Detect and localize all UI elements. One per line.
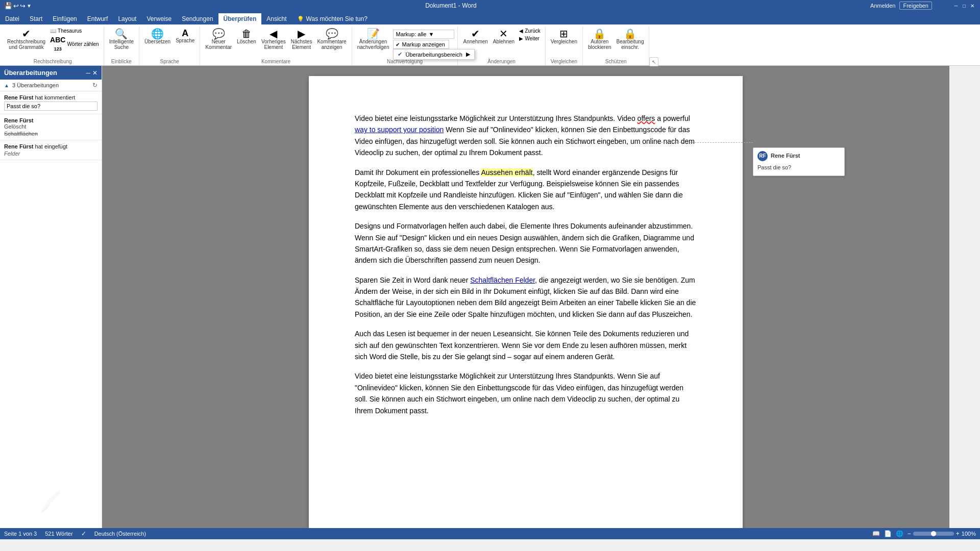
status-right: 📖 📄 🌐 − + 100% <box>872 530 976 537</box>
aenderungen-nachverfolgen-btn[interactable]: 📝 Änderungennachverfolgen <box>355 28 391 51</box>
naechstes-element-btn[interactable]: ▶ NächstesElement <box>289 28 314 51</box>
track-changes-icon: 📝 <box>367 29 380 39</box>
paragraph-2: Damit Ihr Dokument ein professionelles A… <box>355 167 697 213</box>
vorheriges-element-btn[interactable]: ◀ VorherigesElement <box>259 28 288 51</box>
web-layout-btn[interactable]: 🌐 <box>896 530 903 537</box>
revision-item-3[interactable]: Rene Fürst hat eingefügt Felder <box>0 140 102 160</box>
sprache-btn[interactable]: A Sprache <box>174 28 197 44</box>
sidebar-close-btn[interactable]: ✕ <box>92 69 97 77</box>
revision-1-input[interactable] <box>4 102 97 111</box>
annehmen-btn[interactable]: ✔ Annehmen <box>461 28 489 45</box>
restrict-edit-icon: 🔒 <box>624 29 636 39</box>
maximize-btn[interactable]: □ <box>961 2 968 9</box>
page-info: Seite 1 von 3 <box>4 531 37 537</box>
zoom-slider[interactable] <box>913 532 954 536</box>
markup-dropdown[interactable]: Markup: alle ▼ <box>393 30 454 39</box>
read-mode-btn[interactable]: 📖 <box>872 530 880 537</box>
comment-author-name: Rene Fürst <box>771 152 800 161</box>
proofing-icon: ✓ <box>81 530 86 537</box>
reject-icon: ✕ <box>499 29 508 39</box>
tab-was-moechten[interactable]: 💡 Was möchten Sie tun? <box>292 13 373 24</box>
refresh-btn[interactable]: ↻ <box>92 82 97 89</box>
document-page[interactable]: Video bietet eine leistungsstarke Möglic… <box>309 76 743 528</box>
revision-3-content: Felder <box>4 151 97 157</box>
revision-3-author: Rene Fürst <box>4 143 33 149</box>
woerter-zaehlen-btn[interactable]: ABC123 Wörter zählen <box>48 35 101 53</box>
revisions-count: ▲ 3 Überarbeitungen ↻ <box>0 80 102 91</box>
show-comments-icon: 💬 <box>326 29 338 39</box>
comment-balloon: RF Rene Fürst Passt die so? <box>753 147 845 176</box>
qat-undo[interactable]: ↩ <box>13 2 19 10</box>
accept-icon: ✔ <box>471 29 480 39</box>
right-panel <box>949 66 980 528</box>
qat-more[interactable]: ▼ <box>27 3 32 9</box>
ablehnen-btn[interactable]: ✕ Ablehnen <box>491 28 517 45</box>
submenu-arrow-icon: ▶ <box>466 51 470 58</box>
back-arrow-icon: ◀ <box>519 28 523 34</box>
markup-ueberarbeitungsbereich[interactable]: ✔ Überarbeitungsbereich ▶ <box>394 49 474 59</box>
comment-connector-line <box>651 142 753 143</box>
vergleichen-btn[interactable]: ⊞ Vergleichen <box>549 28 579 45</box>
revision-item-1[interactable]: Rene Fürst hat kommentiert <box>0 91 102 114</box>
markup-anzeigen-dropdown[interactable]: ✔ Markup anzeigen <box>393 40 449 49</box>
thesaurus-btn[interactable]: 📖 Thesaurus <box>48 28 101 34</box>
weiter-btn[interactable]: ▶ Weiter <box>518 35 542 42</box>
word-logo <box>36 487 66 524</box>
tab-sendungen[interactable]: Sendungen <box>177 13 218 24</box>
tracked-insert-1: way to support your position <box>355 126 444 134</box>
autoren-blockieren-btn[interactable]: 🔒 Autorenblockieren <box>586 28 614 51</box>
markup-dropdown-open: ✔ Überarbeitungsbereich ▶ <box>393 49 475 60</box>
tab-einfuegen[interactable]: Einfügen <box>47 13 82 24</box>
author-avatar: RF <box>757 151 768 161</box>
uebersetzen-btn[interactable]: 🌐 Übersetzen <box>142 28 173 45</box>
group-vergleichen: ⊞ Vergleichen Vergleichen <box>546 27 583 65</box>
paragraph-4: Sparen Sie Zeit in Word dank neuer Schal… <box>355 274 697 320</box>
kommentare-anzeigen-btn[interactable]: 💬 Kommentareanzeigen <box>315 28 348 51</box>
delete-icon: 🗑 <box>241 29 252 39</box>
book-icon: 📖 <box>50 28 56 34</box>
rechtschreibung-btn[interactable]: ✔ Rechtschreibungund Grammatik <box>5 28 47 51</box>
abc-icon: ABC123 <box>50 36 65 52</box>
anmelden-link[interactable]: Anmelden <box>870 3 896 9</box>
zoom-in-btn[interactable]: + <box>956 530 960 537</box>
tab-ueberpruefen[interactable]: Überprüfen <box>218 13 262 24</box>
bearbeitung-einschraenken-btn[interactable]: 🔒 Bearbeitungeinschr. <box>615 28 646 51</box>
qat-area: 💾 ↩ ↪ ▼ <box>4 2 32 10</box>
language-label: Deutsch (Österreich) <box>94 531 146 537</box>
cursor-indicator: ↖ <box>649 27 659 65</box>
qat-save[interactable]: 💾 <box>4 2 12 10</box>
tab-entwurf[interactable]: Entwurf <box>82 13 113 24</box>
markup-check-icon: ✔ <box>398 51 402 58</box>
search-icon: 🔍 <box>115 29 128 39</box>
print-layout-btn[interactable]: 📄 <box>884 530 892 537</box>
next-icon: ▶ <box>298 29 305 39</box>
zoom-out-btn[interactable]: − <box>908 530 911 537</box>
forward-arrow-icon: ▶ <box>519 36 523 41</box>
qat-redo[interactable]: ↪ <box>20 2 26 10</box>
document-area: Video bietet eine leistungsstarke Möglic… <box>102 66 949 528</box>
ribbon-tabs: Datei Start Einfügen Entwurf Layout Verw… <box>0 11 980 24</box>
group-nachverfolgung: 📝 Änderungennachverfolgen Markup: alle ▼… <box>352 27 458 65</box>
tab-layout[interactable]: Layout <box>113 13 141 24</box>
tab-verweise[interactable]: Verweise <box>141 13 177 24</box>
show-markup-icon: ✔ <box>396 42 400 47</box>
title-bar: 💾 ↩ ↪ ▼ Dokument1 - Word Anmelden Freige… <box>0 0 980 11</box>
revision-item-2[interactable]: Rene Fürst Gelöscht Schaltflächen <box>0 114 102 140</box>
sidebar-collapse-btn[interactable]: ─ <box>86 69 90 77</box>
word-watermark-svg <box>36 487 66 518</box>
intelligente-suche-btn[interactable]: 🔍 IntelligenteSuche <box>107 28 136 51</box>
freigeben-btn[interactable]: Freigeben <box>899 2 932 10</box>
loeschen-btn[interactable]: 🗑 Löschen <box>235 28 258 45</box>
translate-icon: 🌐 <box>151 29 164 39</box>
tab-start[interactable]: Start <box>24 13 47 24</box>
minimize-btn[interactable]: ─ <box>952 2 960 9</box>
close-btn[interactable]: ✕ <box>969 2 976 9</box>
word-count: 521 Wörter <box>45 531 72 537</box>
tab-datei[interactable]: Datei <box>0 13 24 24</box>
sidebar-title: Überarbeitungen <box>4 69 57 77</box>
zurueck-btn[interactable]: ◀ Zurück <box>518 28 542 34</box>
tracked-word-offers: offers <box>638 114 655 122</box>
comment-author: RF Rene Fürst <box>757 151 840 161</box>
tab-ansicht[interactable]: Ansicht <box>261 13 291 24</box>
neuer-kommentar-btn[interactable]: 💬 NeuerKommentar <box>203 28 234 51</box>
